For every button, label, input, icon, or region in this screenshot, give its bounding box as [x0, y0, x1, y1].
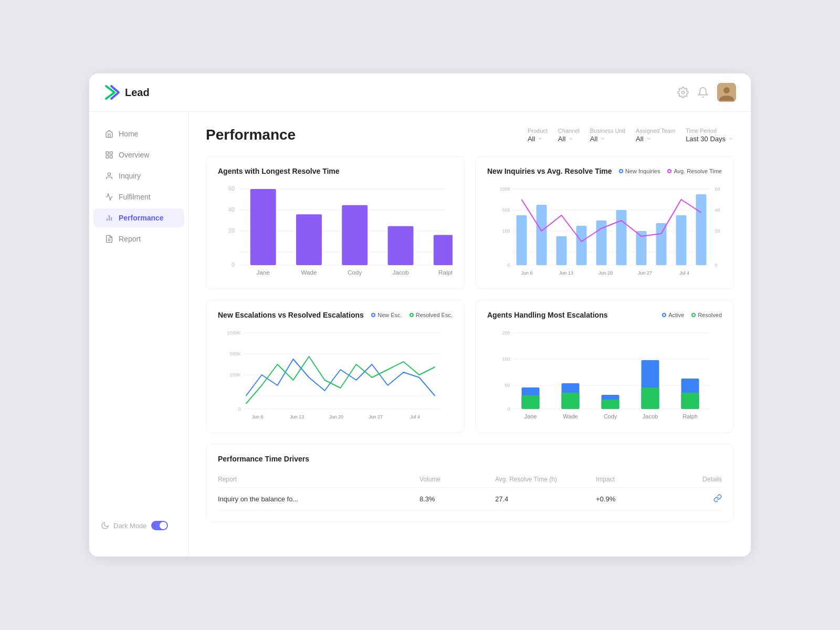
- sidebar-item-overview[interactable]: Overview: [93, 145, 184, 164]
- svg-rect-50: [616, 210, 627, 265]
- svg-text:Wade: Wade: [563, 413, 578, 419]
- svg-text:60: 60: [228, 186, 235, 192]
- col-report: Report: [218, 471, 419, 488]
- topbar-actions: [677, 83, 736, 102]
- filter-tp-label: Time Period: [686, 128, 734, 134]
- svg-rect-4: [110, 152, 112, 154]
- sidebar-item-fulfilment[interactable]: Fulfilment: [93, 187, 184, 206]
- svg-text:Jul 4: Jul 4: [410, 414, 420, 419]
- svg-text:Jun 20: Jun 20: [329, 414, 343, 419]
- col-details: Details: [671, 471, 722, 488]
- svg-text:Jacob: Jacob: [643, 413, 658, 419]
- svg-text:20: 20: [715, 228, 720, 234]
- legend-resolved: Resolved: [691, 312, 722, 318]
- svg-text:0: 0: [232, 262, 235, 268]
- row-volume: 8.3%: [419, 488, 495, 511]
- svg-text:50: 50: [505, 383, 510, 388]
- row-details[interactable]: [671, 488, 722, 511]
- charts-grid: Agents with Longest Resolve Time 60: [206, 156, 734, 433]
- chart-agents-escalations: Agents Handling Most Escalations Active …: [475, 300, 734, 433]
- filter-channel-select[interactable]: All: [558, 135, 580, 143]
- svg-rect-53: [676, 215, 687, 265]
- table-row: Inquiry on the balance fo... 8.3% 27.4 +…: [218, 488, 722, 511]
- svg-text:40: 40: [228, 207, 235, 213]
- dark-mode-toggle[interactable]: Dark Mode: [93, 516, 184, 536]
- sidebar-item-home-label: Home: [119, 130, 138, 138]
- avatar[interactable]: [717, 83, 736, 102]
- logo[interactable]: Lead: [104, 84, 150, 101]
- sidebar-item-inquiry[interactable]: Inquiry: [93, 166, 184, 185]
- svg-text:60: 60: [715, 186, 720, 192]
- svg-text:Jun 13: Jun 13: [290, 414, 304, 419]
- svg-text:Cody: Cody: [604, 413, 617, 419]
- dark-mode-track[interactable]: [151, 521, 168, 530]
- col-volume: Volume: [419, 471, 495, 488]
- legend-avg-resolve: Avg. Resolve Time: [667, 168, 722, 174]
- svg-rect-22: [250, 189, 276, 265]
- bar-chart-inquiries: 1000 500 100 0 60 40 20 0: [487, 184, 722, 278]
- dark-mode-label: Dark Mode: [113, 522, 147, 530]
- details-link-icon[interactable]: [713, 496, 722, 504]
- filter-product: Product All: [528, 128, 548, 143]
- svg-text:Ralph: Ralph: [682, 413, 698, 419]
- svg-text:20: 20: [228, 228, 235, 234]
- svg-rect-26: [434, 235, 453, 266]
- row-report: Inquiry on the balance fo...: [218, 488, 419, 511]
- svg-rect-85: [562, 393, 580, 409]
- sidebar-item-home[interactable]: Home: [93, 124, 184, 143]
- filters: Product All Channel All: [528, 128, 734, 143]
- svg-rect-6: [106, 155, 109, 158]
- filter-product-value: All: [528, 135, 535, 143]
- sidebar-item-report[interactable]: Report: [93, 229, 184, 248]
- drivers-table: Report Volume Avg. Resolve Time (h) Impa…: [218, 471, 722, 511]
- filter-bu-select[interactable]: All: [590, 135, 625, 143]
- col-avg-resolve: Avg. Resolve Time (h): [495, 471, 596, 488]
- svg-rect-52: [656, 223, 667, 265]
- chart-agents-esc-title: Agents Handling Most Escalations: [487, 311, 607, 319]
- filter-bu-value: All: [590, 135, 597, 143]
- performance-drivers-title: Performance Time Drivers: [218, 455, 722, 463]
- sidebar-item-overview-label: Overview: [119, 151, 149, 159]
- sidebar: Home Overview Inquiry Fulfilment: [89, 112, 189, 556]
- sidebar-item-performance[interactable]: Performance: [93, 208, 184, 227]
- chart-inquiries-resolve: New Inquiries vs Avg. Resolve Time New I…: [475, 156, 734, 289]
- filter-product-label: Product: [528, 128, 548, 134]
- filter-at-select[interactable]: All: [636, 135, 675, 143]
- svg-text:Jun 13: Jun 13: [559, 270, 573, 276]
- svg-text:0: 0: [715, 262, 718, 268]
- svg-text:Jane: Jane: [257, 269, 270, 276]
- bell-icon[interactable]: [697, 87, 709, 98]
- chart-agents-resolve-title: Agents with Longest Resolve Time: [218, 167, 340, 175]
- filter-product-select[interactable]: All: [528, 135, 548, 143]
- page-header: Performance Product All Channel All: [206, 127, 734, 143]
- svg-rect-45: [517, 215, 527, 265]
- svg-rect-3: [106, 152, 109, 154]
- svg-text:Jun 20: Jun 20: [598, 270, 613, 276]
- svg-text:100: 100: [502, 228, 510, 234]
- bar-chart-agents-esc: 200 100 50 0: [487, 328, 722, 422]
- dark-mode-thumb: [160, 522, 167, 529]
- chart-inquiries-title: New Inquiries vs Avg. Resolve Time: [487, 167, 612, 175]
- svg-text:Jul 4: Jul 4: [679, 270, 689, 276]
- filter-tp-select[interactable]: Last 30 Days: [686, 135, 734, 143]
- svg-rect-91: [681, 393, 699, 409]
- sidebar-item-inquiry-label: Inquiry: [119, 172, 141, 180]
- svg-rect-5: [110, 155, 112, 158]
- svg-rect-87: [602, 400, 620, 409]
- svg-text:40: 40: [715, 207, 720, 213]
- svg-text:1000K: 1000K: [227, 330, 240, 335]
- svg-text:1000: 1000: [499, 186, 510, 192]
- svg-text:0: 0: [238, 406, 240, 412]
- chart-inquiries-legend: New Inquiries Avg. Resolve Time: [619, 168, 722, 174]
- main-content: Performance Product All Channel All: [189, 112, 751, 556]
- filter-assigned-team: Assigned Team All: [636, 128, 675, 143]
- svg-text:100: 100: [502, 356, 510, 362]
- svg-text:Cody: Cody: [348, 269, 362, 276]
- settings-icon[interactable]: [677, 87, 689, 98]
- legend-new-esc: New Esc.: [371, 312, 402, 318]
- svg-rect-47: [556, 236, 567, 265]
- svg-text:Jacob: Jacob: [392, 269, 408, 276]
- filter-at-label: Assigned Team: [636, 128, 675, 134]
- svg-text:Jun 6: Jun 6: [521, 270, 532, 276]
- svg-text:Jun 6: Jun 6: [251, 414, 263, 419]
